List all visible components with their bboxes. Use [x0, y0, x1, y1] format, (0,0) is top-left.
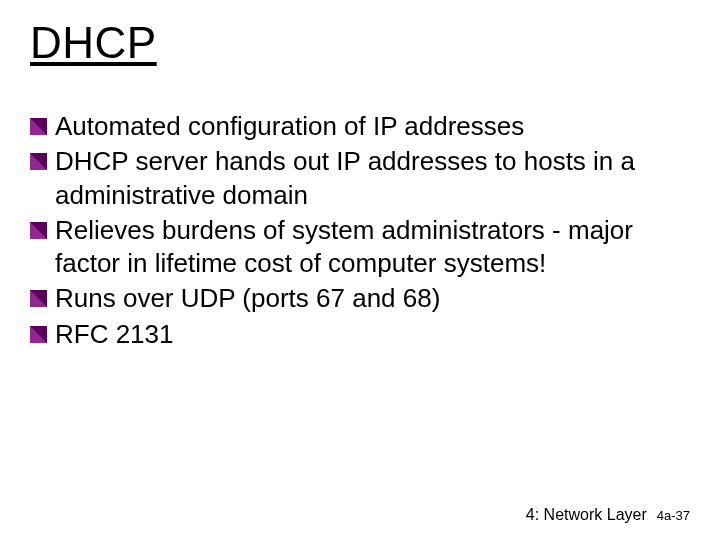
list-item: RFC 2131	[30, 318, 692, 351]
slide-footer: 4: Network Layer 4a-37	[526, 506, 690, 524]
list-item: Automated configuration of IP addresses	[30, 110, 692, 143]
bullet-icon	[30, 118, 47, 135]
bullet-list: Automated configuration of IP addresses …	[30, 110, 692, 351]
list-item: Relieves burdens of system administrator…	[30, 214, 692, 281]
bullet-icon	[30, 290, 47, 307]
list-item-text: RFC 2131	[55, 318, 692, 351]
list-item-text: Automated configuration of IP addresses	[55, 110, 692, 143]
list-item-text: DHCP server hands out IP addresses to ho…	[55, 145, 692, 212]
footer-page-number: 4a-37	[657, 508, 690, 523]
bullet-icon	[30, 326, 47, 343]
footer-chapter: 4: Network Layer	[526, 506, 647, 524]
slide: DHCP Automated configuration of IP addre…	[0, 0, 720, 540]
bullet-icon	[30, 153, 47, 170]
slide-title: DHCP	[30, 18, 692, 68]
list-item: DHCP server hands out IP addresses to ho…	[30, 145, 692, 212]
list-item-text: Relieves burdens of system administrator…	[55, 214, 692, 281]
bullet-icon	[30, 222, 47, 239]
list-item: Runs over UDP (ports 67 and 68)	[30, 282, 692, 315]
list-item-text: Runs over UDP (ports 67 and 68)	[55, 282, 692, 315]
